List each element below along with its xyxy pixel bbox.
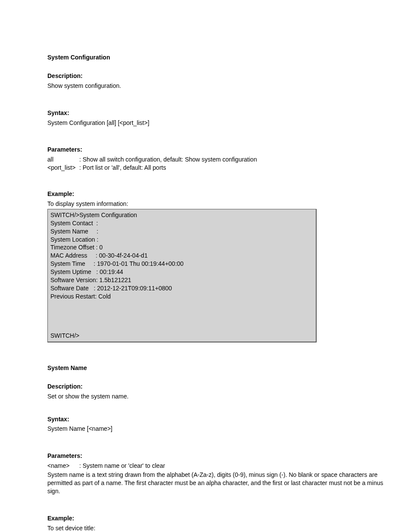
parameter-key: <port_list> xyxy=(47,164,78,172)
terminal-output-system-configuration: SWITCH/>System Configuration System Cont… xyxy=(47,209,317,342)
label-parameters: Parameters: xyxy=(47,146,385,154)
parameter-key: all xyxy=(47,156,78,164)
label-example: Example: xyxy=(47,514,385,523)
text-syntax: System Name [<name>] xyxy=(47,425,385,433)
terminal-line: System Contact : xyxy=(50,219,313,227)
terminal-line: MAC Address : 00-30-4f-24-04-d1 xyxy=(50,252,313,260)
terminal-line: Previous Restart: Cold xyxy=(50,292,313,301)
terminal-line: System Location : xyxy=(50,236,313,244)
page: System Configuration Description: Show s… xyxy=(0,0,411,532)
label-syntax: Syntax: xyxy=(47,109,385,117)
parameter-desc: : System name or 'clear' to clear xyxy=(79,462,165,470)
text-syntax: System Configuration [all] [<port_list>] xyxy=(47,119,385,127)
terminal-line: Software Date : 2012-12-21T09:09:11+0800 xyxy=(50,284,313,292)
terminal-line: SWITCH/>System Configuration xyxy=(50,211,313,219)
terminal-line: System Time : 1970-01-01 Thu 00:19:44+00… xyxy=(50,260,313,268)
terminal-line: Software Version: 1.5b121221 xyxy=(50,276,313,284)
text-parameter-note: System name is a text string drawn from … xyxy=(47,471,385,495)
text-example-lead: To display system information: xyxy=(47,200,385,208)
terminal-line: Timezone Offset : 0 xyxy=(50,243,313,252)
text-description: Show system configuration. xyxy=(47,82,385,90)
terminal-line: System Uptime : 00:19:44 xyxy=(50,268,313,276)
parameter-row: <port_list> : Port list or 'all', defaul… xyxy=(47,164,385,172)
label-description: Description: xyxy=(47,72,385,80)
parameter-key: <name> xyxy=(47,462,78,470)
label-parameters: Parameters: xyxy=(47,452,385,460)
text-example-lead: To set device title: xyxy=(47,524,385,532)
text-description: Set or show the system name. xyxy=(47,392,385,401)
parameter-desc: : Port list or 'all', default: All ports xyxy=(79,164,166,172)
label-syntax: Syntax: xyxy=(47,415,385,423)
parameter-row: <name> : System name or 'clear' to clear xyxy=(47,462,385,470)
section-title-system-configuration: System Configuration xyxy=(47,53,385,62)
parameter-desc: : Show all switch configuration, default… xyxy=(79,156,257,164)
terminal-line: System Name : xyxy=(50,227,313,236)
terminal-line: SWITCH/> xyxy=(50,332,79,340)
label-example: Example: xyxy=(47,190,385,198)
section-title-system-name: System Name xyxy=(47,364,385,372)
label-description: Description: xyxy=(47,383,385,391)
parameter-row: all : Show all switch configuration, def… xyxy=(47,156,385,164)
